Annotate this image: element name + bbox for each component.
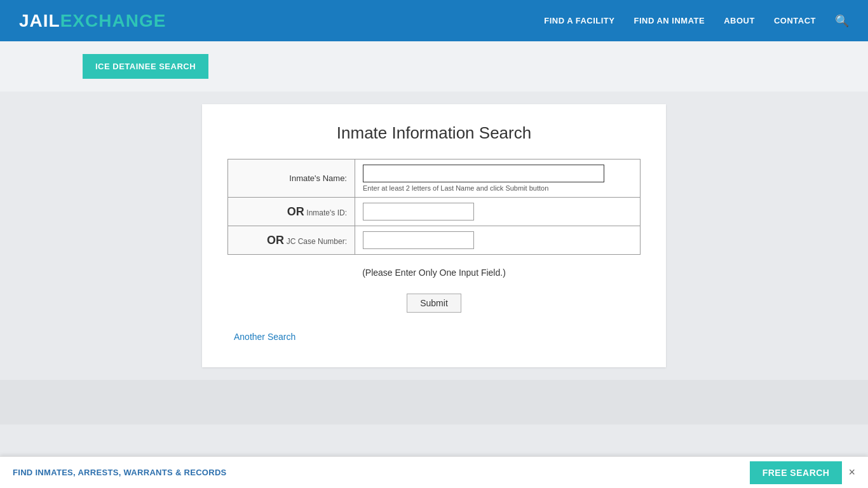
- jc-case-input[interactable]: [363, 231, 474, 249]
- case-label-cell: OR JC Case Number:: [228, 226, 355, 255]
- name-input-cell: Enter at least 2 letters of Last Name an…: [355, 159, 641, 198]
- ice-detainee-search-button[interactable]: ICE DETAINEE SEARCH: [83, 54, 208, 79]
- page-wrapper: ICE DETAINEE SEARCH Inmate Information S…: [0, 41, 868, 488]
- another-search-link[interactable]: Another Search: [234, 332, 295, 342]
- top-section: ICE DETAINEE SEARCH: [0, 41, 868, 92]
- logo-exchange: EXCHANGE: [60, 11, 166, 31]
- or-case-text: OR: [267, 234, 284, 247]
- one-field-note: (Please Enter Only One Input Field.): [227, 268, 641, 278]
- search-card: Inmate Information Search Inmate's Name:…: [202, 104, 666, 367]
- inmate-name-input[interactable]: [363, 165, 604, 182]
- nav-find-facility[interactable]: FIND A FACILITY: [544, 16, 614, 25]
- another-search-wrapper: Another Search: [227, 332, 641, 342]
- search-form-table: Inmate's Name: Enter at least 2 letters …: [227, 159, 641, 255]
- name-label-cell: Inmate's Name:: [228, 159, 355, 198]
- logo-jail: JAIL: [19, 11, 60, 31]
- inmate-name-label: Inmate's Name:: [289, 173, 347, 183]
- bottom-bar-text: FIND INMATES, ARRESTS, WARRANTS & RECORD…: [13, 468, 227, 477]
- id-input-cell: [355, 198, 641, 226]
- name-hint: Enter at least 2 letters of Last Name an…: [363, 184, 632, 192]
- bottom-bar-actions: FREE SEARCH ×: [750, 461, 855, 484]
- case-input-cell: [355, 226, 641, 255]
- site-header: JAIL EXCHANGE FIND A FACILITY FIND AN IN…: [0, 0, 868, 41]
- name-input-wrapper: Enter at least 2 letters of Last Name an…: [363, 165, 632, 192]
- submit-button[interactable]: Submit: [407, 294, 461, 313]
- or-id-text: OR: [287, 205, 304, 218]
- free-search-button[interactable]: FREE SEARCH: [750, 461, 843, 484]
- case-row: OR JC Case Number:: [228, 226, 641, 255]
- nav-contact[interactable]: CONTACT: [774, 16, 816, 25]
- id-label-cell: OR Inmate's ID:: [228, 198, 355, 226]
- header-search-icon[interactable]: 🔍: [835, 14, 849, 28]
- site-logo[interactable]: JAIL EXCHANGE: [19, 11, 166, 31]
- nav-find-inmate[interactable]: FIND AN INMATE: [634, 16, 705, 25]
- id-row: OR Inmate's ID:: [228, 198, 641, 226]
- inmate-id-label: Inmate's ID:: [306, 208, 347, 217]
- bottom-gray-area: [0, 380, 868, 424]
- jc-case-label: JC Case Number:: [287, 237, 347, 246]
- name-row: Inmate's Name: Enter at least 2 letters …: [228, 159, 641, 198]
- card-title: Inmate Information Search: [227, 123, 641, 143]
- bottom-bar: FIND INMATES, ARRESTS, WARRANTS & RECORD…: [0, 456, 868, 488]
- bottom-bar-close-button[interactable]: ×: [848, 466, 855, 479]
- card-area: Inmate Information Search Inmate's Name:…: [0, 92, 868, 380]
- submit-wrapper: Submit: [227, 294, 641, 313]
- nav-about[interactable]: ABOUT: [724, 16, 755, 25]
- main-nav: FIND A FACILITY FIND AN INMATE ABOUT CON…: [544, 14, 849, 28]
- inmate-id-input[interactable]: [363, 203, 474, 220]
